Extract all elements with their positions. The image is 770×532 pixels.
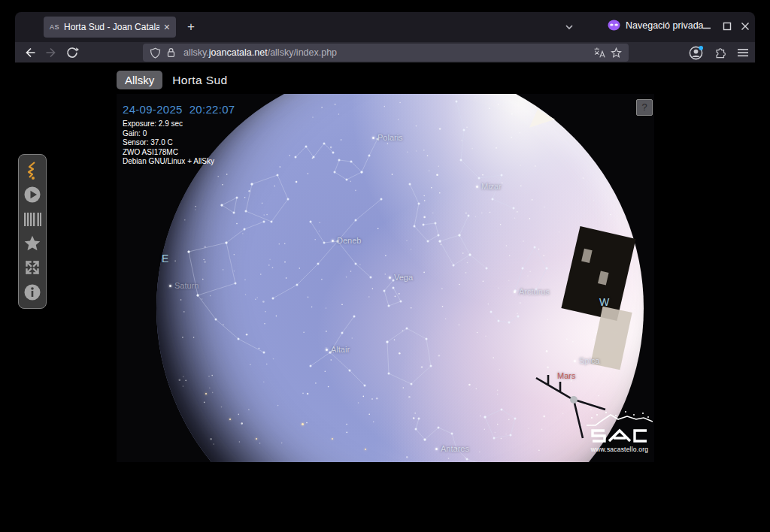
exposure-info: Exposure: 2.9 sec (123, 119, 235, 128)
sky-label-e: E (162, 252, 168, 264)
horizon-light (332, 438, 333, 440)
sac-mountain-icon (587, 410, 653, 445)
private-browsing-badge: Navegació privada (608, 20, 704, 31)
url-text[interactable]: allsky.joancatala.net/allsky/index.php (183, 47, 589, 58)
allsky-brand-button[interactable]: Allsky (117, 71, 162, 89)
favorites-star-button[interactable] (22, 233, 43, 254)
horizon-light (365, 449, 366, 450)
tab-bar: AS Horta Sud - Joan Catala × + Navegació… (15, 12, 755, 42)
sky-label-antares: Antares (435, 444, 469, 453)
sky-label-saturn: Saturn (169, 281, 199, 290)
sky-label-spica: Spica (574, 356, 600, 365)
maximize-button[interactable] (719, 18, 735, 35)
private-mask-icon (608, 20, 620, 31)
gain-info: Gain: 0 (123, 129, 235, 138)
help-button[interactable]: ? (636, 99, 653, 116)
keogram-barcode-button[interactable] (22, 209, 43, 230)
sky-label-deneb: Deneb (332, 236, 361, 245)
url-prefix: allsky. (183, 47, 209, 58)
capture-datetime: 24-09-2025 20:22:07 (123, 103, 235, 116)
back-button[interactable] (20, 43, 40, 62)
horizon-light (205, 393, 207, 394)
url-path: /allsky/index.php (268, 47, 337, 58)
browser-tab[interactable]: AS Horta Sud - Joan Catala × (44, 17, 176, 38)
tab-title: Horta Sud - Joan Catala (64, 22, 159, 32)
translate-icon[interactable] (593, 47, 606, 59)
page-content: Allsky Horta Sud (15, 64, 755, 532)
allsky-photo: 24-09-2025 20:22:07 Exposure: 2.9 sec Ga… (117, 94, 654, 462)
os-info: Debian GNU/Linux + AllSky (123, 157, 235, 166)
fullscreen-expand-button[interactable] (22, 257, 43, 278)
sky-label-altair: Altair (326, 345, 350, 354)
extensions-puzzle-icon[interactable] (711, 43, 730, 62)
sky-label-polaris: Polaris (372, 133, 403, 142)
play-button[interactable] (22, 184, 43, 205)
sky-label-mizar: Mizar (476, 182, 502, 191)
constellation-lines-button[interactable] (22, 160, 43, 181)
viewer-toolbar (18, 154, 47, 309)
account-button[interactable] (686, 43, 705, 62)
new-tab-button[interactable]: + (182, 18, 200, 36)
sky-label-w: W (599, 296, 609, 308)
list-tabs-chevron-icon[interactable] (561, 19, 578, 35)
horizon-light (229, 419, 231, 420)
sensor-info: Sensor: 37.0 C (123, 138, 235, 147)
menu-hamburger-icon[interactable] (733, 43, 753, 62)
sky-label-vega: Vega (389, 273, 413, 282)
bookmark-star-icon[interactable] (610, 47, 623, 59)
shield-icon[interactable] (149, 47, 162, 59)
minimize-button[interactable] (699, 18, 715, 35)
sky-label-arcturus: Arcturus (514, 287, 550, 296)
reload-button[interactable] (62, 43, 82, 62)
horizon-light (302, 423, 304, 425)
sac-logo: www.sacastello.org (587, 410, 653, 453)
page-header: Allsky Horta Sud (117, 71, 228, 89)
navigation-bar: allsky.joancatala.net/allsky/index.php (15, 42, 755, 63)
tab-favicon: AS (50, 23, 59, 31)
tab-close-icon[interactable]: × (164, 22, 170, 32)
sky-label-mars: Mars (557, 371, 575, 380)
info-button[interactable] (22, 282, 43, 303)
sac-url: www.sacastello.org (587, 446, 653, 453)
url-domain: joancatala.net (209, 47, 268, 58)
private-badge-label: Navegació privada (626, 20, 704, 31)
camera-info: ZWO ASI178MC (123, 148, 235, 157)
site-title: Horta Sud (172, 74, 227, 87)
forward-button[interactable] (41, 43, 61, 62)
url-bar[interactable]: allsky.joancatala.net/allsky/index.php (143, 44, 629, 62)
close-window-button[interactable] (737, 18, 753, 35)
horizon-light (256, 438, 257, 440)
image-info-overlay: 24-09-2025 20:22:07 Exposure: 2.9 sec Ga… (123, 103, 235, 166)
lock-icon[interactable] (165, 47, 177, 59)
